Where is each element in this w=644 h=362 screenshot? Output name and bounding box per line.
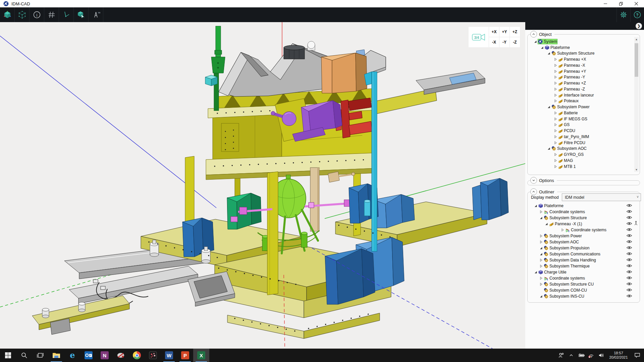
- minimize-button[interactable]: [598, 0, 613, 7]
- people-icon[interactable]: [556, 349, 566, 362]
- tree-item-panneau-x-1[interactable]: Panneau -X (1): [528, 221, 639, 227]
- scroll-down-icon[interactable]: ▼: [634, 168, 639, 172]
- wireframe-view-icon[interactable]: [15, 7, 30, 22]
- snip-tool-taskbar-icon[interactable]: [113, 349, 129, 362]
- tree-item-subsystem-aoc[interactable]: Subsystem AOC: [528, 239, 639, 245]
- graph-app-taskbar-icon[interactable]: [145, 349, 161, 362]
- chevron-up-icon[interactable]: [566, 349, 576, 362]
- tree-item-filtre-pcdu[interactable]: Filtre PCDU: [528, 140, 634, 146]
- tree-item-subsystem-communications[interactable]: Subsystem Communications: [528, 251, 639, 257]
- visibility-eye-icon[interactable]: [626, 203, 632, 207]
- onenote-taskbar-icon[interactable]: N: [97, 349, 113, 362]
- visibility-eye-icon[interactable]: [626, 234, 632, 238]
- tree-item-mag[interactable]: MAG: [528, 158, 634, 164]
- visibility-eye-icon[interactable]: [626, 294, 632, 298]
- angle-measure-icon[interactable]: [59, 7, 74, 22]
- orange-equipment-box[interactable]: [321, 53, 367, 93]
- tree-item-panneau-x[interactable]: Panneau +X: [528, 56, 634, 62]
- tree-item-subsystem-structure-cu[interactable]: Subsystem Structure CU: [528, 281, 639, 287]
- internet-explorer-taskbar-icon[interactable]: e: [64, 349, 80, 362]
- taskbar-clock[interactable]: 18:57 20/02/2021: [606, 351, 631, 360]
- tree-item-subsystem-propulsion[interactable]: Subsystem Propulsion: [528, 245, 639, 251]
- visibility-eye-icon[interactable]: [626, 216, 632, 220]
- tree-item-subsystem-power[interactable]: Subsystem Power: [528, 233, 639, 239]
- tree-item-subsystem-ins-cu[interactable]: Subsystem INS-CU: [528, 293, 639, 299]
- visibility-eye-icon[interactable]: [626, 282, 632, 286]
- tree-item-panneau-y[interactable]: Panneau +Y: [528, 68, 634, 74]
- tree-item-subsystem-aoc[interactable]: Subsystem AOC: [528, 146, 634, 152]
- excel-taskbar-icon[interactable]: X: [193, 349, 209, 362]
- tree-item-plateforme[interactable]: Plateforme: [528, 45, 634, 51]
- display-method-select[interactable]: IDM model ˅: [562, 193, 641, 201]
- shaded-view-icon[interactable]: [0, 7, 15, 22]
- front-column[interactable]: [267, 172, 278, 295]
- view-plus-y-button[interactable]: +Y: [499, 27, 509, 37]
- wifi-error-icon[interactable]: ✕: [586, 349, 596, 362]
- expand-options-button[interactable]: [530, 177, 537, 184]
- task-view-button[interactable]: [32, 349, 48, 362]
- tree-item-panneau-z[interactable]: Panneau +Z: [528, 80, 634, 86]
- close-button[interactable]: [629, 0, 644, 7]
- tree-item-system[interactable]: System: [528, 39, 634, 45]
- help-icon[interactable]: ?: [630, 7, 644, 22]
- teal-sensor-cube[interactable]: [205, 75, 217, 86]
- visibility-eye-icon[interactable]: [626, 228, 632, 232]
- visibility-eye-icon[interactable]: [626, 209, 632, 214]
- view-plus-z-button[interactable]: +Z: [510, 27, 520, 37]
- powerpoint-taskbar-icon[interactable]: P: [177, 349, 193, 362]
- start-button[interactable]: [0, 349, 16, 362]
- tree-item-pcdu[interactable]: PCDU: [528, 128, 634, 134]
- tree-item-charge-utile[interactable]: Charge Utile: [528, 269, 639, 275]
- tree-item-gs[interactable]: GS: [528, 122, 634, 128]
- select-object-icon[interactable]: [74, 7, 89, 22]
- visibility-eye-icon[interactable]: [626, 264, 632, 268]
- word-taskbar-icon[interactable]: W: [161, 349, 177, 362]
- view-plus-x-button[interactable]: +X: [489, 27, 499, 37]
- object-tree-scrollbar[interactable]: ▲ ▼: [634, 37, 639, 172]
- visibility-eye-icon[interactable]: [626, 252, 632, 256]
- visibility-eye-icon[interactable]: [626, 222, 632, 226]
- scroll-up-icon[interactable]: ▲: [634, 37, 639, 42]
- visibility-eye-icon[interactable]: [626, 276, 632, 280]
- speaker-icon[interactable]: [596, 349, 606, 362]
- tree-item-batterie[interactable]: Batterie: [528, 110, 634, 116]
- action-center-icon[interactable]: [631, 349, 644, 362]
- tree-item-plateforme[interactable]: Plateforme: [528, 203, 639, 209]
- 3d-viewport[interactable]: 3/4 +X +Y +Z -X -Y -Z: [0, 22, 525, 349]
- right-upper-wing[interactable]: [375, 70, 485, 114]
- tree-item-coordinate-systems[interactable]: Coordinate systems: [528, 275, 639, 281]
- tree-item-interface-lanceur[interactable]: Interface lanceur: [528, 92, 634, 98]
- visibility-eye-icon[interactable]: [626, 246, 632, 250]
- tree-item-subsystem-data-handling[interactable]: Subsystem Data Handling: [528, 257, 639, 263]
- tree-item-panneau-x[interactable]: Panneau -X: [528, 62, 634, 68]
- tree-item-tar-pyro-imm[interactable]: tar_Pyro_IMM: [528, 134, 634, 140]
- outlook-taskbar-icon[interactable]: O✓: [80, 349, 97, 362]
- visibility-eye-icon[interactable]: [626, 258, 632, 262]
- tree-item-subsystem-com-cu[interactable]: Subsystem COM-CU: [528, 287, 639, 293]
- tree-item-gyro-gs[interactable]: GYRO_GS: [528, 152, 634, 158]
- visibility-eye-icon[interactable]: [626, 288, 632, 292]
- view-minus-y-button[interactable]: -Y: [499, 37, 509, 47]
- collapse-object-button[interactable]: [530, 31, 537, 38]
- tree-item-subsystem-thermique[interactable]: Subsystem Thermique: [528, 263, 639, 269]
- tan-column[interactable]: [310, 168, 319, 231]
- annotation-rb-icon[interactable]: RB: [89, 7, 103, 22]
- tree-item-subsystem-power[interactable]: Subsystem Power: [528, 104, 634, 110]
- file-explorer-taskbar-icon[interactable]: [48, 349, 64, 362]
- search-button[interactable]: [16, 349, 32, 362]
- battery-icon[interactable]: [576, 349, 586, 362]
- tree-item-if-megs-gs[interactable]: IF MEGS GS: [528, 116, 634, 122]
- tree-item-panneau-y[interactable]: Panneau -Y: [528, 74, 634, 80]
- chrome-taskbar-icon[interactable]: [129, 349, 145, 362]
- grid-icon[interactable]: [44, 7, 59, 22]
- scrollbar-thumb[interactable]: [635, 43, 638, 77]
- tree-item-subsystem-structure[interactable]: Subsystem Structure: [528, 215, 639, 221]
- visibility-eye-icon[interactable]: [626, 270, 632, 274]
- view-minus-z-button[interactable]: -Z: [510, 37, 520, 47]
- visibility-eye-icon[interactable]: [626, 240, 632, 244]
- chevron-right-icon[interactable]: ❯: [636, 23, 642, 29]
- settings-gear-icon[interactable]: [616, 7, 630, 22]
- info-icon[interactable]: i: [30, 7, 44, 22]
- tree-item-poteaux[interactable]: Poteaux: [528, 98, 634, 104]
- tree-item-mtb-1[interactable]: MTB 1: [528, 164, 634, 170]
